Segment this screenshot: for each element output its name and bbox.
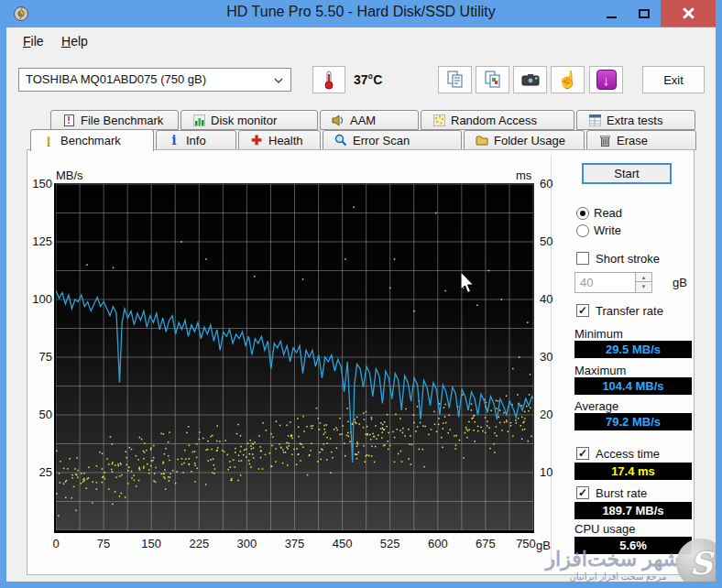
tab-label: Benchmark [60, 134, 121, 147]
tab-label: AAM [350, 114, 376, 127]
x-axis-tick: 225 [180, 537, 217, 550]
watermark-title: شهر سخت‌افزار [533, 548, 680, 572]
error-scan-icon [334, 134, 347, 147]
separator [565, 244, 691, 245]
watermark-logo: S [676, 539, 722, 588]
spinner-arrows[interactable]: ▲▼ [635, 273, 651, 292]
tab-label: File Benchmark [81, 114, 163, 127]
tab-benchmark[interactable]: ! Benchmark [30, 129, 154, 151]
drive-select-value: TOSHIBA MQ01ABD075 (750 gB) [26, 72, 206, 86]
left-axis-unit: MB/s [56, 169, 83, 182]
tab-label: Erase [617, 134, 648, 147]
x-axis-tick: 450 [324, 537, 361, 550]
minimize-button[interactable] [596, 0, 627, 27]
short-stroke-size-value: 40 [580, 276, 593, 289]
drive-select-dropdown[interactable]: TOSHIBA MQ01ABD075 (750 gB) [18, 68, 291, 92]
file-benchmark-icon: ! [62, 114, 75, 126]
copy-image-button[interactable] [476, 66, 509, 93]
menu-file[interactable]: File [16, 27, 51, 55]
benchmark-chart [54, 183, 534, 533]
tab-random-access[interactable]: Random Access [421, 110, 574, 130]
short-stroke-unit: gB [673, 276, 687, 289]
tab-label: Folder Usage [494, 134, 565, 147]
short-stroke-size-input[interactable]: 40 ▲▼ [574, 272, 652, 293]
tab-extra-tests[interactable]: Extra tests [576, 110, 695, 130]
read-radio-label[interactable]: Read [594, 206, 622, 220]
disk-monitor-icon [192, 114, 205, 126]
update-button[interactable]: ↓ [589, 66, 623, 93]
folder-usage-icon [476, 134, 488, 147]
tab-file-benchmark[interactable]: ! File Benchmark [50, 110, 179, 130]
maximize-button[interactable] [629, 0, 660, 27]
maximum-label: Maximum [574, 364, 626, 377]
spinner-up-icon[interactable]: ▲ [636, 273, 651, 282]
tab-aam[interactable]: AAM [320, 110, 419, 130]
left-axis-tick: 125 [21, 234, 52, 248]
tab-label: Disk monitor [211, 114, 277, 127]
tab-erase[interactable]: Erase [586, 130, 696, 150]
short-stroke-label[interactable]: Short stroke [596, 252, 660, 266]
options-button[interactable]: ☝ [551, 66, 585, 93]
write-radio-label[interactable]: Write [594, 223, 621, 237]
x-axis-tick: 150 [133, 537, 170, 550]
left-axis-tick: 50 [21, 408, 52, 421]
mouse-cursor [460, 271, 476, 295]
tab-disk-monitor[interactable]: Disk monitor [180, 110, 318, 130]
tab-info[interactable]: i Info [156, 130, 236, 150]
chart-canvas [56, 184, 533, 530]
copy-text-button[interactable] [438, 66, 472, 93]
panel-divider [551, 156, 552, 572]
random-access-icon [432, 114, 445, 126]
benchmark-icon: ! [42, 135, 55, 147]
title-bar: HD Tune Pro 5.50 - Hard Disk/SSD Utility [0, 0, 722, 27]
extra-tests-icon [588, 114, 601, 126]
tab-error-scan[interactable]: Error Scan [323, 130, 462, 150]
temperature-value: 37°C [354, 72, 382, 87]
write-radio[interactable] [576, 224, 589, 237]
aam-icon [332, 114, 345, 126]
burst-rate-checkbox[interactable] [576, 486, 589, 499]
x-axis-tick: 300 [228, 537, 265, 550]
screenshot-button[interactable] [513, 66, 547, 93]
spinner-down-icon[interactable]: ▼ [636, 282, 651, 291]
tab-folder-usage[interactable]: Folder Usage [464, 130, 585, 150]
burst-rate-value: 189.7 MB/s [574, 502, 692, 519]
start-button[interactable]: Start [582, 163, 672, 184]
short-stroke-checkbox[interactable] [576, 252, 589, 265]
camera-icon [520, 71, 541, 88]
tab-health[interactable]: ✚ Health [238, 130, 321, 150]
read-radio[interactable] [576, 207, 589, 220]
exit-button[interactable]: Exit [642, 66, 705, 93]
right-axis-tick: 60 [540, 177, 552, 191]
average-label: Average [574, 399, 618, 413]
x-axis-tick: 375 [277, 537, 313, 550]
right-axis-tick: 20 [540, 408, 552, 421]
left-axis-tick: 150 [21, 177, 52, 191]
access-time-label[interactable]: Access time [596, 447, 660, 461]
temperature-button[interactable] [312, 66, 345, 93]
copy-image-icon [484, 70, 502, 90]
x-axis-tick: 525 [372, 537, 409, 550]
x-axis-tick: 75 [85, 537, 122, 550]
separator [565, 439, 691, 440]
transfer-rate-checkbox[interactable] [576, 304, 589, 317]
transfer-rate-label[interactable]: Transfer rate [596, 304, 663, 318]
hand-icon: ☝ [557, 70, 577, 90]
close-button[interactable] [661, 0, 716, 27]
right-axis-unit: ms [516, 169, 531, 182]
watermark-subtitle: مرجع سخت افزار ایرانیان [552, 572, 684, 582]
thermometer-icon [323, 70, 334, 90]
x-axis-tick: 600 [420, 537, 456, 550]
tab-label: Error Scan [353, 134, 410, 147]
burst-rate-label[interactable]: Burst rate [596, 486, 647, 500]
app-window: HD Tune Pro 5.50 - Hard Disk/SSD Utility… [0, 0, 722, 588]
health-icon: ✚ [250, 134, 263, 147]
erase-icon [598, 134, 611, 147]
minimum-label: Minimum [574, 327, 623, 341]
left-axis-tick: 25 [21, 465, 52, 479]
menu-help[interactable]: Help [54, 27, 95, 55]
right-axis-tick: 30 [540, 350, 552, 364]
x-axis-tick: 675 [467, 537, 504, 550]
tab-label: Info [186, 134, 206, 147]
access-time-checkbox[interactable] [576, 447, 589, 460]
